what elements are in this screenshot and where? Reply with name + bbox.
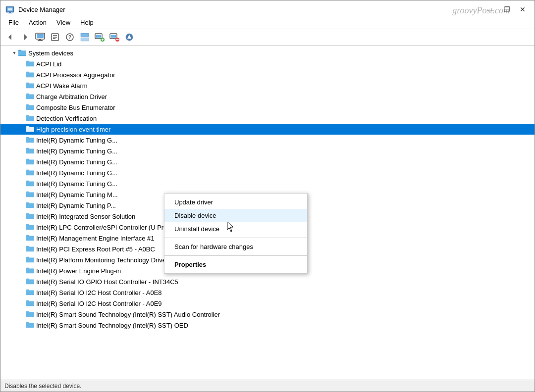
svg-rect-49 [26, 137, 29, 139]
item-label: Intel(R) Dynamic Tuning G... [36, 137, 117, 144]
device-folder-icon [26, 191, 34, 198]
update-driver-button[interactable] [122, 31, 136, 44]
tree-item-selected[interactable]: High precision event timer [0, 124, 535, 135]
svg-rect-2 [8, 8, 12, 10]
context-menu-disable-device[interactable]: Disable device [164, 209, 307, 222]
status-bar: Disables the selected device. [0, 380, 535, 392]
menu-help[interactable]: Help [75, 17, 99, 28]
device-folder-icon [26, 201, 34, 209]
add-device-button[interactable] [93, 31, 107, 44]
expand-icon[interactable]: ▼ [10, 49, 18, 57]
computer-view-button[interactable] [33, 31, 47, 44]
properties-icon [51, 33, 59, 42]
main-content: ▼ System devices [0, 46, 535, 380]
tree-item[interactable]: Intel(R) Serial IO GPIO Host Controller … [0, 276, 535, 287]
folder-icon [18, 49, 26, 57]
svg-rect-68 [26, 247, 34, 252]
watermark: groovyPost.com [452, 5, 510, 16]
tree-item[interactable]: Intel(R) Serial IO I2C Host Controller -… [0, 298, 535, 309]
device-folder-icon [26, 169, 34, 177]
svg-rect-79 [26, 300, 29, 302]
device-folder-icon [26, 223, 34, 231]
tree-item[interactable]: Intel(R) Dynamic Tuning G... [0, 135, 535, 146]
svg-rect-53 [26, 159, 29, 160]
list-view-button[interactable] [78, 31, 92, 44]
svg-rect-61 [26, 202, 29, 204]
item-label: Intel(R) Dynamic Tuning M... [36, 191, 118, 198]
svg-rect-47 [26, 126, 29, 128]
help-button[interactable]: ? [63, 31, 77, 44]
update-driver-icon [124, 33, 134, 42]
svg-rect-58 [26, 193, 34, 197]
menu-bar: File Action View Help [0, 16, 535, 29]
svg-rect-62 [26, 214, 34, 219]
device-folder-icon [26, 136, 34, 144]
tree-item[interactable]: Intel(R) Dynamic Tuning G... [0, 156, 535, 167]
svg-text:?: ? [68, 35, 71, 40]
app-icon [5, 5, 14, 14]
device-folder-icon [26, 321, 34, 329]
title-bar: Device Manager groovyPost.com — ❐ ✕ [0, 0, 535, 16]
title-bar-controls: groovyPost.com — ❐ ✕ [484, 4, 530, 14]
item-label: Detection Verification [36, 115, 97, 122]
svg-rect-64 [26, 225, 34, 230]
svg-rect-80 [26, 312, 34, 317]
forward-button[interactable] [18, 31, 32, 44]
svg-rect-20 [96, 35, 101, 38]
svg-rect-25 [111, 35, 116, 38]
remove-device-icon [109, 33, 119, 42]
menu-file[interactable]: File [3, 17, 24, 28]
tree-item[interactable]: Charge Arbitration Driver [0, 91, 535, 102]
tree-item[interactable]: Intel(R) Dynamic Tuning G... [0, 146, 535, 156]
device-folder-icon-selected [26, 125, 34, 133]
tree-item[interactable]: Composite Bus Enumerator [0, 102, 535, 113]
toolbar: ? [0, 29, 535, 46]
tree-item[interactable]: Intel(R) Dynamic Tuning G... [0, 167, 535, 178]
tree-item[interactable]: ACPI Wake Alarm [0, 80, 535, 91]
item-label: Intel(R) PCI Express Root Port #5 - A0BC [36, 245, 155, 253]
close-button[interactable]: ✕ [516, 4, 530, 14]
svg-rect-65 [26, 224, 29, 226]
item-label: Composite Bus Enumerator [36, 104, 115, 111]
add-device-icon [95, 33, 105, 42]
list-view-icon [80, 33, 89, 42]
svg-rect-36 [26, 73, 34, 78]
menu-action[interactable]: Action [24, 17, 52, 28]
window-title: Device Manager [18, 6, 65, 13]
device-folder-icon [26, 267, 34, 275]
device-folder-icon [26, 256, 34, 264]
tree-root[interactable]: ▼ System devices [0, 48, 535, 58]
item-label: Intel(R) Power Engine Plug-in [36, 267, 121, 275]
tree-item[interactable]: Intel(R) Serial IO I2C Host Controller -… [0, 287, 535, 298]
device-folder-icon [26, 71, 34, 79]
device-folder-icon [26, 93, 34, 100]
tree-item[interactable]: Intel(R) Dynamic Tuning G... [0, 178, 535, 189]
svg-rect-35 [26, 61, 29, 62]
svg-rect-10 [38, 40, 43, 41]
remove-device-button[interactable] [107, 31, 121, 44]
context-menu-uninstall-device[interactable]: Uninstall device [164, 222, 307, 236]
svg-rect-67 [26, 235, 29, 237]
tree-item[interactable]: Intel(R) Smart Sound Technology (Intel(R… [0, 320, 535, 331]
context-menu: Update driver Disable device Uninstall d… [164, 193, 308, 274]
properties-button[interactable] [48, 31, 62, 44]
tree-item[interactable]: ACPI Processor Aggregator [0, 69, 535, 80]
tree-item[interactable]: Detection Verification [0, 113, 535, 124]
context-menu-scan-hardware[interactable]: Scan for hardware changes [164, 240, 307, 253]
svg-rect-59 [26, 192, 29, 193]
device-folder-icon [26, 278, 34, 286]
context-menu-properties[interactable]: Properties [164, 258, 307, 271]
svg-rect-63 [26, 213, 29, 215]
svg-rect-57 [26, 181, 29, 182]
svg-rect-55 [26, 170, 29, 171]
tree-item[interactable]: Intel(R) Smart Sound Technology (Intel(R… [0, 309, 535, 320]
back-button[interactable] [3, 31, 17, 44]
svg-rect-82 [26, 323, 34, 328]
context-menu-update-driver[interactable]: Update driver [164, 196, 307, 209]
svg-rect-72 [26, 269, 34, 274]
menu-view[interactable]: View [52, 17, 75, 28]
svg-rect-75 [26, 279, 29, 280]
tree-item[interactable]: ACPI Lid [0, 58, 535, 69]
help-icon: ? [65, 33, 74, 42]
svg-rect-8 [37, 34, 44, 38]
